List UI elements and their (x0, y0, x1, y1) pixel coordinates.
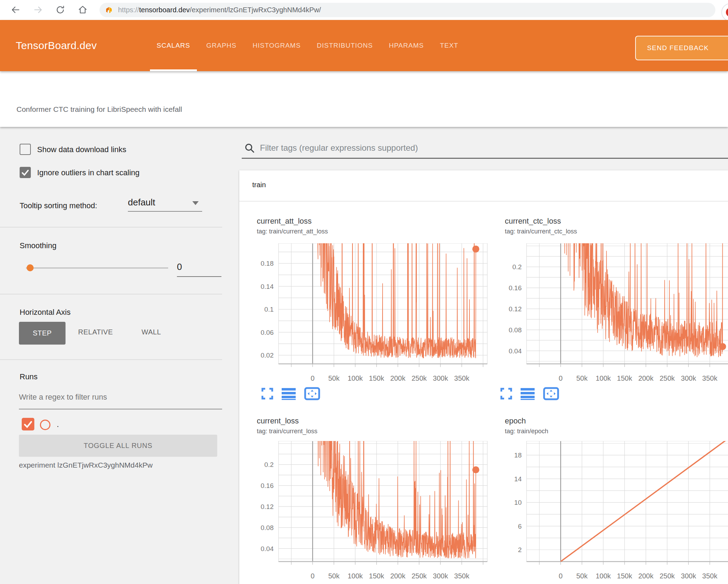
chart-plot-2[interactable]: 0.040.080.120.160.2050k100k150k200k250k3… (252, 441, 491, 583)
run-checkbox[interactable] (22, 418, 34, 430)
fit-domain-icon[interactable] (543, 387, 559, 400)
tab-distributions[interactable]: DISTRIBUTIONS (309, 20, 381, 71)
svg-text:50k: 50k (576, 374, 588, 382)
smoothing-value: 0 (177, 262, 182, 272)
chart-plot-0[interactable]: 0.020.060.10.140.18050k100k150k200k250k3… (252, 243, 491, 386)
divider (0, 227, 222, 228)
tooltip-sorting-value: default (128, 197, 155, 208)
reload-icon[interactable] (55, 5, 65, 15)
tab-graphs[interactable]: GRAPHS (198, 20, 245, 71)
toggle-all-runs-button[interactable]: TOGGLE ALL RUNS (19, 435, 217, 457)
dropdown-underline (128, 211, 202, 212)
chart-title: epoch (505, 416, 526, 426)
home-icon[interactable] (78, 5, 88, 15)
app-header: TensorBoard.dev SCALARS GRAPHS HISTOGRAM… (0, 20, 728, 71)
svg-text:50k: 50k (328, 374, 340, 382)
show-download-label: Show data download links (37, 145, 126, 154)
tooltip-sorting-select[interactable]: default (128, 197, 202, 208)
section-train[interactable]: train (252, 181, 266, 189)
filter-underline (242, 158, 728, 159)
smoothing-slider[interactable] (26, 264, 168, 272)
tab-scalars[interactable]: SCALARS (149, 20, 198, 71)
svg-text:250k: 250k (412, 374, 427, 382)
svg-text:150k: 150k (617, 572, 632, 580)
tab-hparams[interactable]: HPARAMS (381, 20, 432, 71)
svg-text:0.04: 0.04 (261, 545, 274, 552)
svg-text:18: 18 (514, 451, 522, 459)
svg-text:50k: 50k (328, 572, 340, 580)
svg-text:0.08: 0.08 (509, 326, 522, 334)
runs-filter-input[interactable]: Write a regex to filter runs (19, 393, 222, 402)
chart-tag: tag: train/current_loss (257, 428, 317, 435)
svg-text:200k: 200k (390, 572, 406, 580)
search-icon (245, 143, 255, 154)
send-feedback-button[interactable]: SEND FEEDBACK (635, 36, 728, 60)
browser-bar: https://tensorboard.dev/experiment/lzGnE… (0, 0, 728, 20)
slider-track[interactable] (26, 267, 168, 269)
svg-text:14: 14 (514, 475, 522, 483)
axis-relative-button[interactable]: RELATIVE (78, 328, 113, 336)
svg-text:0.1: 0.1 (265, 306, 274, 313)
svg-text:0.16: 0.16 (261, 482, 274, 489)
tab-text[interactable]: TEXT (432, 20, 467, 71)
runs-filter-placeholder: Write a regex to filter runs (19, 393, 107, 401)
svg-text:200k: 200k (390, 374, 406, 382)
chart-plot-1[interactable]: 0.040.080.120.160.2050k100k150k200k250k3… (500, 243, 728, 386)
chart-tag: tag: train/current_ctc_loss (505, 228, 577, 235)
svg-text:0.04: 0.04 (509, 347, 522, 355)
svg-text:300k: 300k (433, 572, 448, 580)
svg-text:50k: 50k (576, 572, 588, 580)
show-download-checkbox[interactable] (20, 144, 31, 155)
chevron-down-icon (192, 201, 199, 205)
ignore-outliers-checkbox[interactable] (20, 167, 31, 178)
svg-text:100k: 100k (348, 374, 363, 382)
svg-text:0: 0 (311, 374, 315, 382)
check-icon (20, 168, 30, 177)
tooltip-sorting-label: Tooltip sorting method: (20, 201, 97, 210)
back-icon[interactable] (11, 5, 20, 15)
svg-text:350k: 350k (702, 572, 717, 580)
run-name: . (57, 420, 59, 429)
tab-bar: SCALARS GRAPHS HISTOGRAMS DISTRIBUTIONS … (149, 20, 466, 71)
svg-text:300k: 300k (681, 572, 696, 580)
svg-text:250k: 250k (660, 572, 675, 580)
ignore-outliers-label: Ignore outliers in chart scaling (37, 168, 139, 177)
avatar-badge (726, 8, 728, 17)
url-path: /experiment/lzGnETjwRxC3yghNMd4kPw/ (190, 6, 321, 14)
divider (0, 294, 222, 294)
svg-text:300k: 300k (681, 374, 696, 382)
svg-text:350k: 350k (454, 572, 469, 580)
svg-text:350k: 350k (454, 374, 469, 382)
divider (0, 359, 222, 360)
chart-tag: tag: train/epoch (505, 428, 548, 435)
chart-plot-3[interactable]: 26101418050k100k150k200k250k300k350k (500, 441, 728, 583)
tensorboard-favicon (105, 7, 112, 14)
tab-histograms[interactable]: HISTOGRAMS (245, 20, 309, 71)
fullscreen-icon[interactable] (500, 388, 512, 400)
svg-text:0: 0 (559, 572, 563, 580)
svg-text:100k: 100k (596, 572, 611, 580)
svg-text:0.2: 0.2 (513, 263, 522, 271)
svg-text:300k: 300k (433, 374, 448, 382)
runs-label: Runs (20, 372, 37, 381)
smoothing-underline (177, 276, 221, 277)
slider-thumb[interactable] (27, 264, 34, 271)
svg-text:0.16: 0.16 (509, 284, 522, 292)
fit-domain-icon[interactable] (304, 387, 320, 400)
svg-text:0.06: 0.06 (261, 329, 274, 336)
run-selector-icon[interactable] (521, 387, 535, 400)
axis-wall-button[interactable]: WALL (142, 328, 161, 336)
chart-toolbar (261, 387, 320, 400)
smoothing-value-field[interactable]: 0 (177, 262, 221, 272)
fullscreen-icon[interactable] (261, 388, 273, 400)
svg-text:250k: 250k (660, 374, 675, 382)
filter-tags-input[interactable]: Filter tags (regular expressions support… (242, 141, 728, 158)
svg-text:0: 0 (311, 572, 315, 580)
axis-step-button[interactable]: STEP (19, 322, 66, 345)
forward-icon[interactable] (33, 5, 43, 15)
address-bar[interactable]: https://tensorboard.dev/experiment/lzGnE… (99, 3, 715, 17)
profile-avatar[interactable] (721, 3, 728, 21)
run-selector-icon[interactable] (282, 387, 296, 400)
svg-text:2: 2 (518, 546, 522, 554)
smoothing-label: Smoothing (20, 241, 56, 250)
